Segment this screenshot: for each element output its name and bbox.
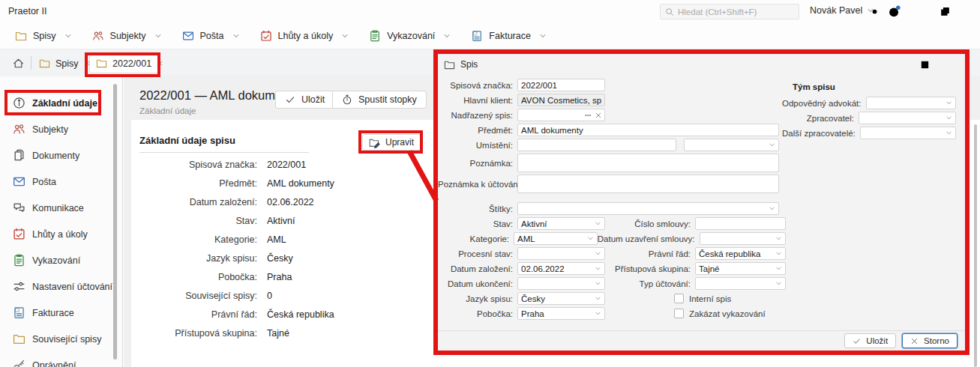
umisteni-select[interactable] [684,139,779,151]
clipboard-icon [369,30,381,42]
dialog-save-button[interactable]: Uložit [844,333,896,348]
info-row: Kategorie:AML [131,234,484,246]
main-scrollbar[interactable] [974,124,977,367]
jazyk-spisu-select[interactable]: Česky [517,292,605,305]
sidebar-item-lhuty-a-ukoly[interactable]: Lhůty a úkoly [0,221,112,247]
nadrazeny-spis-input[interactable] [517,109,605,121]
kategorie-select[interactable]: AML [514,232,598,245]
field-label: Kategorie: [438,234,514,243]
datum-uzavreni-smlouvy-select[interactable] [700,232,787,245]
close-tab-icon[interactable] [157,60,163,67]
nadrazeny-spis-text[interactable] [521,109,581,121]
minimize-icon[interactable] [912,5,925,18]
field-label: Číslo smlouvy: [605,219,695,228]
cislo-smlouvy-input[interactable] [695,217,786,230]
sidebar-item-souvisejici-spisy[interactable]: Související spisy [0,326,112,352]
sidebar-scrollbar[interactable] [113,84,117,360]
sidebar-item-fakturace[interactable]: Fakturace [0,300,112,326]
search-input[interactable] [678,7,794,16]
home-tab[interactable] [9,55,27,71]
poznamka-k-uctovani-textarea[interactable] [517,175,779,193]
datum-ukonceni-select[interactable] [517,277,605,290]
menu-vykazovani[interactable]: Vykazování [369,30,451,42]
key-icon [13,359,25,367]
tab-separator [31,56,31,70]
menu-subjekty[interactable]: Subjekty [92,30,162,42]
sidebar-item-vykazovani[interactable]: Vykazování [0,247,112,273]
help-icon[interactable] [888,5,901,18]
minimize-icon[interactable] [897,59,908,70]
sidebar-item-dokumenty[interactable]: Dokumenty [0,142,112,169]
predmet-input[interactable] [517,124,779,136]
spis-dialog: Spis Spisová značka: Hlavní klient: Nadř… [433,49,970,355]
section-title: Základní údaje spisu [139,135,235,146]
folder-icon [15,30,27,42]
chat-bubbles-icon [13,201,25,214]
field-label: Datum uzavření smlouvy: [598,234,700,243]
save-button[interactable]: Uložit [275,91,334,109]
sidebar-item-nastaveni-uctovani[interactable]: Nastavení účtování [0,273,112,300]
clear-icon[interactable] [595,112,602,119]
field-label: Pobočka: [438,309,517,318]
interni-spis-checkbox[interactable] [674,294,684,303]
settings-gear-icon[interactable] [868,5,881,18]
restore-window-icon[interactable] [939,5,952,18]
interni-spis-option[interactable]: Interní spis [674,294,731,303]
stav-select[interactable]: Aktivní [517,217,605,230]
global-search[interactable] [660,4,799,19]
sidebar-item-posta[interactable]: Pošta [0,169,112,195]
menu-fakturace[interactable]: Fakturace [471,30,547,42]
check-icon [853,337,861,345]
chevron-down-icon [946,130,952,136]
pristupova-skupina-select[interactable]: Tajné [695,262,786,275]
sidebar-item-opravneni[interactable]: Oprávnění [0,352,112,367]
edit-button[interactable]: Upravit [362,134,421,151]
maximize-icon[interactable] [919,59,931,70]
sidebar-item-komunikace[interactable]: Komunikace [0,195,112,221]
folder-icon [39,58,50,69]
chevron-down-icon [595,250,601,257]
menu-lhuty-a-ukoly[interactable]: Lhůty a úkoly [260,30,349,42]
datum-zalozeni-select[interactable]: 02.06.2022 [517,262,605,275]
folder-icon [444,59,455,70]
sidebar-item-subjekty[interactable]: Subjekty [0,116,112,142]
procesni-stav-select[interactable] [517,247,605,260]
app-title: Praetor II [8,6,46,16]
tab-spisy[interactable]: Spisy [33,53,97,73]
tab-2022-001[interactable]: 2022/001 [89,53,158,73]
folder-icon [96,58,107,69]
invoice-icon [13,306,25,319]
spisova-znacka-input[interactable] [517,79,605,91]
chevron-down-icon [946,100,952,106]
info-row: Datum založení:02.06.2022 [131,196,484,208]
chevron-down-icon [595,295,601,302]
umisteni-input[interactable] [517,139,676,151]
close-window-icon[interactable] [966,5,979,18]
window-titlebar: Praetor II Novák Pavel [0,0,980,22]
typ-uctovani-select[interactable] [695,277,786,290]
dalsi-zpracovatele-select[interactable] [860,127,956,139]
dialog-cancel-button[interactable]: Storno [902,333,958,348]
chevron-down-icon [775,235,782,242]
field-label: Datum ukončení: [438,279,517,288]
ellipsis-browse-icon[interactable] [584,112,592,119]
poznamka-textarea[interactable] [517,154,779,172]
zakazat-vykazovani-checkbox[interactable] [674,309,684,318]
hlavni-klient-input[interactable] [517,94,605,106]
stitky-select[interactable] [517,202,779,215]
field-label: Přístupová skupina: [605,264,695,273]
zakazat-vykazovani-option[interactable]: Zakázat vykazování [674,309,766,318]
user-menu[interactable]: Novák Pavel [810,5,874,16]
pravni-rad-select[interactable]: Česká republika [695,247,786,260]
sidebar-item-zakladni-udaje[interactable]: Základní údaje [0,90,112,116]
menu-spisy[interactable]: Spisy [15,30,72,42]
menu-posta[interactable]: Pošta [182,30,240,42]
close-icon[interactable] [942,59,953,70]
chevron-down-icon [946,115,952,121]
field-label: Nadřazený spis: [438,111,517,120]
pobocka-select[interactable]: Praha [517,307,605,320]
odpovedny-advokat-select[interactable] [866,97,957,109]
zpracovatel-select[interactable] [859,112,956,124]
field-label: Předmět: [438,126,517,135]
start-timer-button[interactable]: Spustit stopky [332,91,427,109]
